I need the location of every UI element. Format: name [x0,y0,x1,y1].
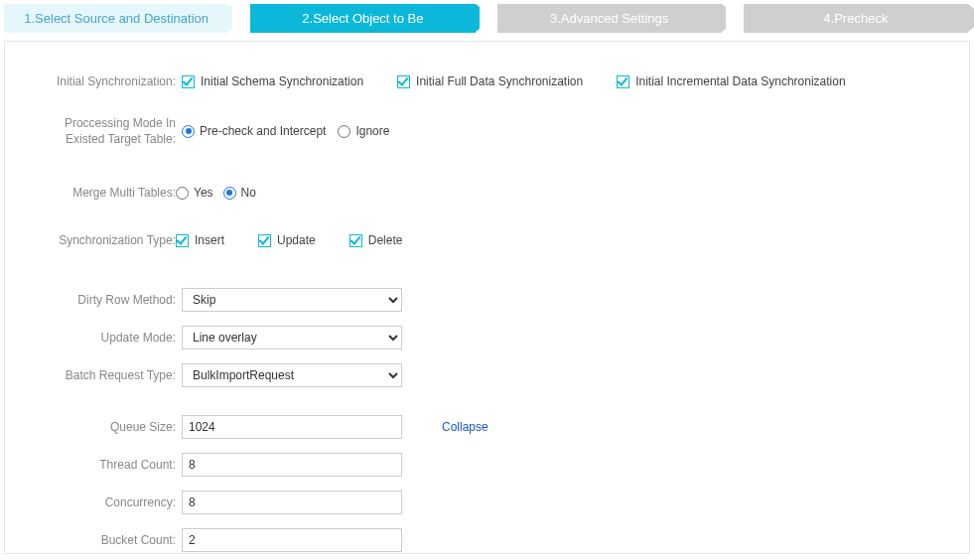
dirty-row-label: Dirty Row Method: [23,293,182,307]
queue-size-label: Queue Size: [23,420,182,434]
check-icon [182,75,195,88]
batch-request-label: Batch Request Type: [23,368,182,382]
bucket-count-label: Bucket Count: [23,533,182,547]
sync-delete-label: Delete [368,233,403,247]
merge-no-radio[interactable]: No [223,186,256,200]
processing-precheck-label: Pre-check and Intercept [200,124,326,138]
step-3-label: 3.Advanced Settings [550,11,668,26]
update-mode-label: Update Mode: [23,331,182,345]
collapse-link[interactable]: Collapse [442,420,488,434]
merge-yes-radio[interactable]: Yes [176,186,213,200]
initial-incremental-checkbox[interactable]: Initial Incremental Data Synchronization [617,74,845,88]
sync-type-label: Synchronization Type: [23,233,182,247]
check-icon [397,75,410,88]
bucket-count-input[interactable] [182,528,402,552]
initial-schema-checkbox[interactable]: Initial Schema Synchronization [182,74,363,88]
initial-full-checkbox[interactable]: Initial Full Data Synchronization [397,74,583,88]
step-1-label: 1.Select Source and Destination [24,11,209,26]
step-2[interactable]: 2.Select Object to Be [250,4,475,33]
step-1[interactable]: 1.Select Source and Destination [4,4,228,33]
initial-full-label: Initial Full Data Synchronization [416,74,583,88]
step-2-label: 2.Select Object to Be [302,11,423,26]
check-icon [617,75,629,88]
thread-count-label: Thread Count: [23,458,182,472]
check-icon [349,234,362,247]
merge-no-label: No [241,186,256,200]
queue-size-input[interactable] [182,415,402,439]
radio-icon [176,187,189,200]
check-icon [176,234,189,247]
sync-delete-checkbox[interactable]: Delete [349,233,403,247]
sync-insert-label: Insert [195,233,224,247]
dirty-row-select[interactable]: Skip [182,288,402,312]
step-4-label: 4.Precheck [823,11,888,26]
concurrency-label: Concurrency: [23,495,182,509]
batch-request-select[interactable]: BulkImportRequest [182,363,402,387]
sync-update-checkbox[interactable]: Update [258,233,316,247]
merge-tables-label: Merge Multi Tables: [23,186,182,200]
form-panel: Initial Synchronization: Initial Schema … [4,41,970,554]
update-mode-select[interactable]: Line overlay [182,326,402,350]
processing-ignore-label: Ignore [355,124,389,138]
sync-update-label: Update [277,233,316,247]
step-4[interactable]: 4.Precheck [744,4,968,33]
initial-schema-label: Initial Schema Synchronization [201,74,363,88]
sync-insert-checkbox[interactable]: Insert [176,233,224,247]
processing-ignore-radio[interactable]: Ignore [338,124,389,138]
concurrency-input[interactable] [182,490,402,514]
initial-incremental-label: Initial Incremental Data Synchronization [635,74,845,88]
processing-mode-label: Proccessing Mode In Existed Target Table… [23,115,182,147]
radio-icon [182,125,195,138]
thread-count-input[interactable] [182,453,402,477]
radio-icon [223,187,236,200]
initial-sync-label: Initial Synchronization: [23,74,182,88]
processing-precheck-radio[interactable]: Pre-check and Intercept [182,124,326,138]
check-icon [258,234,271,247]
radio-icon [338,125,350,138]
step-3[interactable]: 3.Advanced Settings [497,4,722,33]
merge-yes-label: Yes [194,186,213,200]
wizard-steps: 1.Select Source and Destination 2.Select… [4,4,970,33]
